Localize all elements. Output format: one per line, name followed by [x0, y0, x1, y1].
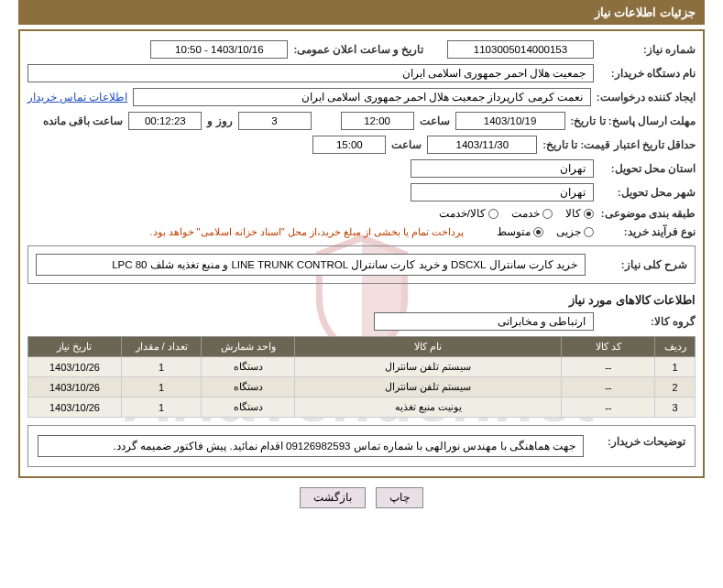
need-no-value: 1103005014000153	[447, 40, 594, 59]
buyer-notes-label: توضیحات خریدار:	[589, 435, 685, 448]
table-cell: سیستم تلفن سانترال	[295, 357, 562, 377]
radio-label: متوسط	[497, 225, 531, 238]
goods-group-label: گروه کالا:	[599, 315, 696, 328]
table-row: 2--سیستم تلفن سانترالدستگاه11403/10/26	[28, 377, 696, 397]
announce-dt-label: تاریخ و ساعت اعلان عمومی:	[293, 43, 423, 56]
goods-group-value: ارتباطی و مخابراتی	[374, 312, 594, 331]
province-value: تهران	[411, 159, 594, 178]
table-cell: 1403/10/26	[28, 357, 122, 377]
table-cell: 1	[655, 357, 696, 377]
table-cell: دستگاه	[202, 357, 295, 377]
buyer-notes-value: جهت هماهنگی با مهندس نورالهی با شماره تم…	[38, 435, 584, 457]
radio-label: کالا/خدمت	[439, 207, 486, 220]
print-button[interactable]: چاپ	[376, 487, 423, 508]
radio-option[interactable]: جزیی	[556, 225, 594, 238]
radio-option[interactable]: متوسط	[497, 225, 543, 238]
table-cell: دستگاه	[202, 377, 295, 397]
table-header: تاریخ نیاز	[28, 337, 122, 357]
table-cell: 1403/10/26	[28, 377, 122, 397]
radio-icon	[533, 227, 543, 237]
quote-date-value: 1403/11/30	[427, 136, 537, 154]
radio-label: جزیی	[556, 225, 581, 238]
table-cell: 3	[655, 397, 696, 418]
time-label-2: ساعت	[391, 138, 422, 151]
subject-radio-group: کالاخدمتکالا/خدمت	[439, 207, 594, 220]
table-cell: یونیت منبع تغذیه	[295, 397, 562, 418]
radio-icon	[584, 227, 594, 237]
table-cell: سیستم تلفن سانترال	[295, 377, 562, 397]
need-summary-value: خرید کارت سانترال DSCXL و خرید کارت سانت…	[36, 254, 586, 276]
requester-label: ایجاد کننده درخواست:	[597, 91, 696, 103]
radio-label: خدمت	[511, 207, 540, 220]
city-label: شهر محل تحویل:	[599, 186, 696, 199]
days-remaining-value: 3	[238, 112, 312, 130]
process-type-label: نوع فرآیند خرید:	[599, 225, 696, 238]
process-radio-group: جزییمتوسط	[497, 225, 594, 238]
page-title: جزئیات اطلاعات نیاز	[18, 0, 705, 25]
response-date-value: 1403/10/19	[455, 112, 565, 130]
need-no-label: شماره نیاز:	[599, 43, 696, 56]
table-header: واحد شمارش	[202, 337, 295, 357]
city-value: تهران	[411, 183, 594, 201]
goods-table: ردیفکد کالانام کالاواحد شمارشتعداد / مقد…	[27, 336, 696, 418]
radio-option[interactable]: کالا/خدمت	[439, 207, 498, 220]
need-summary-label: شرح کلی نیاز:	[591, 258, 687, 271]
province-label: استان محل تحویل:	[599, 162, 696, 175]
response-time-value: 12:00	[341, 112, 414, 130]
table-cell: دستگاه	[202, 397, 295, 418]
radio-label: کالا	[565, 207, 581, 220]
radio-icon	[542, 209, 553, 219]
table-cell: --	[562, 397, 655, 418]
table-row: 1--سیستم تلفن سانترالدستگاه11403/10/26	[28, 357, 696, 377]
quote-validity-label: حداقل تاریخ اعتبار قیمت: تا تاریخ:	[542, 138, 696, 151]
payment-note: پرداخت تمام یا بخشی از مبلغ خرید،از محل …	[149, 226, 464, 238]
table-row: 3--یونیت منبع تغذیهدستگاه11403/10/26	[28, 397, 696, 418]
table-cell: 1403/10/26	[28, 397, 122, 418]
response-deadline-label: مهلت ارسال پاسخ: تا تاریخ:	[571, 114, 696, 127]
time-label-1: ساعت	[420, 114, 450, 127]
radio-icon	[488, 209, 498, 219]
quote-time-value: 15:00	[312, 136, 386, 154]
table-header: نام کالا	[295, 337, 562, 357]
table-cell: 1	[121, 397, 201, 418]
subject-class-label: طبقه بندی موضوعی:	[599, 207, 696, 220]
buyer-contact-link[interactable]: اطلاعات تماس خریدار	[27, 91, 127, 103]
radio-icon	[584, 209, 594, 219]
table-header: کد کالا	[562, 337, 655, 357]
table-header: تعداد / مقدار	[121, 337, 201, 357]
table-cell: 1	[121, 377, 201, 397]
buyer-org-value: جمعیت هلال احمر جمهوری اسلامی ایران	[27, 64, 594, 82]
time-remaining-label: ساعت باقی مانده	[43, 114, 123, 127]
table-cell: 1	[121, 357, 201, 377]
table-cell: --	[562, 357, 655, 377]
table-cell: 2	[655, 377, 696, 397]
radio-option[interactable]: کالا	[565, 207, 594, 220]
days-and-label: روز و	[207, 114, 232, 127]
radio-option[interactable]: خدمت	[511, 207, 553, 220]
requester-value: نعمت کرمی کارپرداز جمعیت هلال احمر جمهور…	[133, 88, 590, 106]
table-cell: --	[562, 377, 655, 397]
table-header: ردیف	[655, 337, 696, 357]
back-button[interactable]: بازگشت	[300, 487, 366, 508]
buyer-org-label: نام دستگاه خریدار:	[599, 67, 696, 80]
counter-value: 00:12:23	[128, 112, 202, 130]
goods-info-title: اطلاعات کالاهای مورد نیاز	[27, 293, 696, 307]
announce-dt-value: 1403/10/16 - 10:50	[150, 40, 288, 59]
